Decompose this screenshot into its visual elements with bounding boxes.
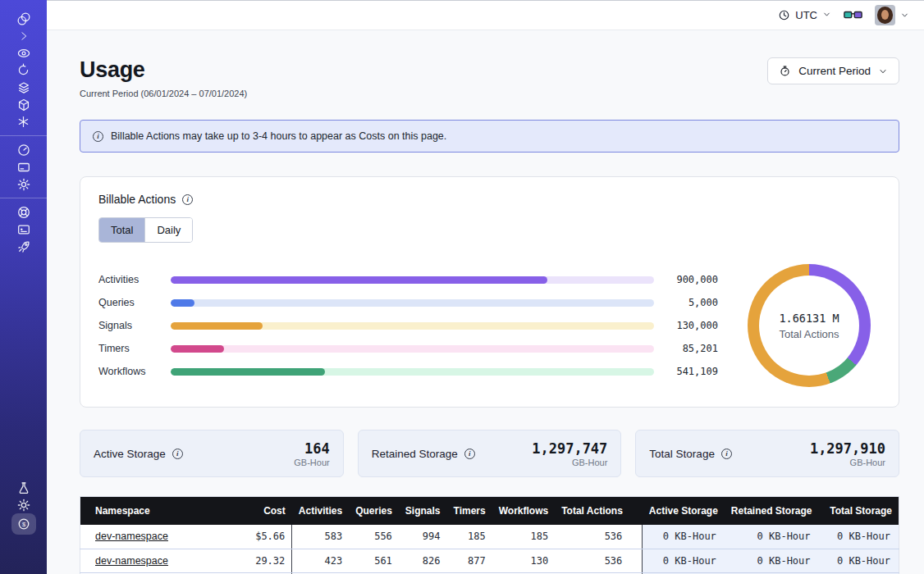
column-header-total-storage: Total Storage: [819, 497, 899, 526]
donut-total-value: 1.66131 M: [779, 312, 839, 325]
cell-signals: 994: [399, 525, 447, 549]
cell-activities: 583: [292, 525, 349, 549]
billable-actions-card: Billable Actions i TotalDaily Activities…: [80, 176, 899, 408]
column-header-total-actions: Total Actions: [555, 497, 643, 526]
column-header-retained-storage: Retained Storage: [725, 497, 819, 526]
column-header-timers: Timers: [447, 497, 492, 526]
dollar-coin-icon[interactable]: $: [11, 513, 36, 535]
history-arrow-icon[interactable]: [10, 61, 38, 79]
account-chevron-down-icon[interactable]: [900, 8, 909, 23]
bar-track: [171, 345, 654, 353]
cell-total-actions: 536: [555, 549, 643, 572]
expand-chevron-icon[interactable]: [10, 27, 38, 44]
billable-bars-chart: Activities900,000Queries5,000Signals130,…: [98, 268, 718, 383]
bar-label: Queries: [98, 297, 171, 308]
active-storage-card: Active Storage i 164 GB-Hour: [80, 430, 344, 477]
table-row: dev-namespace$5.665835569941851855360 KB…: [80, 525, 899, 549]
namespace-link[interactable]: dev-namespace: [95, 531, 168, 542]
total-actions-donut-chart: 1.66131 M Total Actions: [748, 264, 871, 387]
namespace-cell: dev-namespace: [80, 525, 240, 549]
cell-timers: 185: [447, 525, 492, 549]
active-storage-label: Active Storage: [94, 448, 166, 460]
cell-signals: 826: [399, 549, 447, 572]
glasses-icon[interactable]: [844, 10, 862, 21]
cell-active-storage: 0 KB-Hour: [643, 549, 725, 572]
bar-value: 130,000: [664, 320, 718, 331]
namespace-link[interactable]: dev-namespace: [95, 555, 168, 567]
bar-row-signals: Signals130,000: [98, 314, 718, 337]
billable-actions-title: Billable Actions: [98, 193, 176, 206]
docs-window-icon[interactable]: [10, 221, 38, 238]
bar-value: 541,109: [664, 366, 718, 377]
cell-workflows: 130: [492, 549, 555, 572]
temporal-logo-icon[interactable]: [10, 10, 38, 27]
topbar: UTC: [47, 0, 924, 30]
info-icon[interactable]: i: [721, 449, 732, 459]
table-header: NamespaceCostActivitiesQueriesSignalsTim…: [80, 497, 899, 526]
timezone-label: UTC: [795, 9, 817, 21]
user-avatar[interactable]: [875, 5, 895, 25]
period-selector-label: Current Period: [798, 65, 871, 77]
storage-summary-row: Active Storage i 164 GB-Hour Retained St…: [80, 430, 899, 477]
cell-activities: 423: [292, 549, 349, 572]
rocket-icon[interactable]: [10, 238, 38, 255]
total-storage-label: Total Storage: [649, 448, 715, 460]
tab-total[interactable]: Total: [99, 218, 144, 242]
column-header-cost: Cost: [240, 497, 291, 526]
table-row: dev-namespace29.324235618268771305360 KB…: [80, 549, 899, 572]
bar-row-queries: Queries5,000: [98, 291, 718, 314]
page-title: Usage: [80, 57, 247, 83]
cell-total-actions: 536: [555, 525, 643, 549]
sidebar: $: [0, 0, 47, 574]
life-ring-icon[interactable]: [10, 203, 38, 221]
sidebar-divider: [0, 135, 47, 136]
chevron-down-icon: [878, 66, 888, 76]
info-icon[interactable]: i: [172, 449, 183, 459]
bar-label: Timers: [98, 343, 171, 354]
eye-icon[interactable]: [10, 44, 38, 61]
cell-timers: 877: [447, 549, 492, 572]
page-subtitle: Current Period (06/01/2024 – 07/01/2024): [80, 89, 247, 98]
column-header-active-storage: Active Storage: [643, 497, 725, 526]
layers-icon[interactable]: [10, 79, 38, 96]
billable-tabs: TotalDaily: [98, 217, 193, 243]
column-header-queries: Queries: [349, 497, 399, 526]
chevron-down-icon: [822, 9, 831, 21]
namespace-usage-table: NamespaceCostActivitiesQueriesSignalsTim…: [80, 496, 899, 574]
bar-fill: [171, 322, 263, 330]
cell-workflows: 185: [492, 525, 555, 549]
theme-sun-icon[interactable]: [10, 496, 38, 513]
settings-gear-icon[interactable]: [10, 175, 38, 193]
tab-daily[interactable]: Daily: [144, 218, 192, 242]
bar-value: 85,201: [664, 343, 718, 354]
info-banner: i Billable Actions may take up to 3-4 ho…: [80, 120, 899, 153]
svg-text:$: $: [21, 521, 25, 528]
bar-fill: [171, 276, 547, 284]
app-root: $ UTC Usage Current Period (06/0: [0, 0, 924, 574]
column-header-namespace: Namespace: [80, 497, 240, 526]
info-icon: i: [93, 131, 103, 142]
cube-icon[interactable]: [10, 96, 38, 113]
cell-cost: 29.32: [240, 549, 291, 572]
bar-row-workflows: Workflows541,109: [98, 360, 718, 383]
billing-card-icon[interactable]: [10, 158, 38, 175]
period-selector-button[interactable]: Current Period: [767, 57, 899, 84]
bar-fill: [171, 299, 194, 307]
asterisk-icon[interactable]: [10, 113, 38, 130]
active-storage-unit: GB-Hour: [294, 458, 329, 467]
gauge-icon[interactable]: [10, 141, 38, 158]
sidebar-divider: [0, 198, 47, 198]
bar-value: 900,000: [664, 274, 718, 285]
column-header-activities: Activities: [292, 497, 349, 526]
lab-flask-icon[interactable]: [10, 479, 38, 496]
cell-queries: 561: [349, 549, 399, 572]
content: Usage Current Period (06/01/2024 – 07/01…: [47, 30, 924, 574]
bar-track: [171, 276, 654, 284]
cell-retained-storage: 0 KB-Hour: [725, 525, 819, 549]
timezone-picker[interactable]: UTC: [778, 9, 831, 21]
info-icon[interactable]: i: [464, 449, 475, 459]
cell-cost: $5.66: [240, 525, 291, 549]
total-storage-value: 1,297,910: [810, 440, 885, 457]
info-banner-text: Billable Actions may take up to 3-4 hour…: [111, 130, 446, 142]
info-icon[interactable]: i: [182, 194, 193, 205]
